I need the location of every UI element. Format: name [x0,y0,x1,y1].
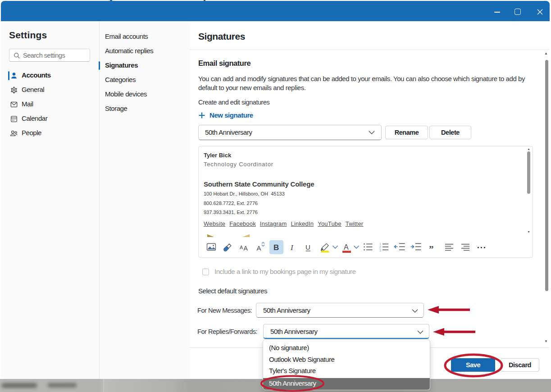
svg-text:B: B [273,243,279,252]
svg-text:A: A [257,244,261,252]
svg-text:1: 1 [379,242,381,246]
svg-text:3: 3 [379,249,381,252]
svg-text:I: I [290,243,294,252]
svg-text:A: A [344,243,349,251]
svg-text:”: ” [429,244,433,255]
svg-text:U: U [305,243,310,251]
svg-text:A: A [240,245,243,250]
svg-text:A: A [244,245,248,252]
